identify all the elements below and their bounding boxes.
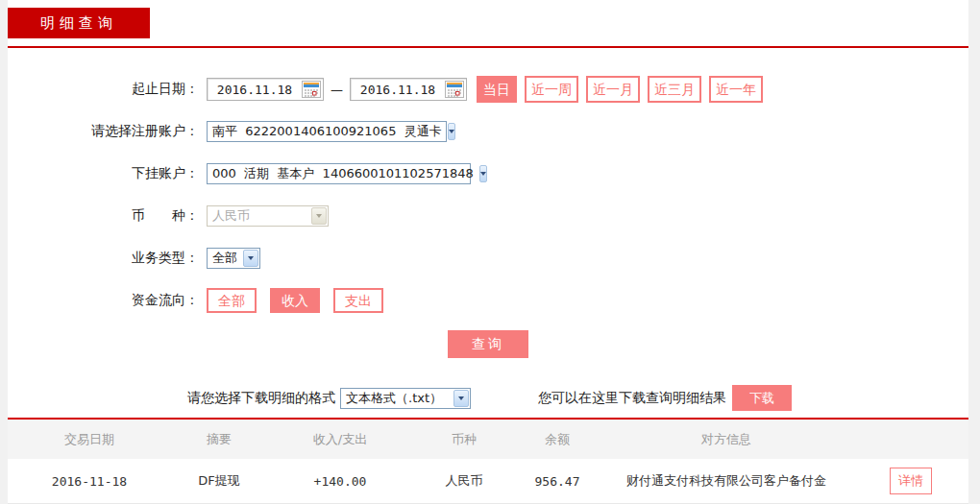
table-header-row: 交易日期 摘要 收入/支出 币种 余额 对方信息 [8, 420, 968, 459]
tab-bar: 明细查询 [8, 8, 968, 46]
quick-range-week-button[interactable]: 近一周 [525, 76, 578, 103]
download-format-select[interactable]: 文本格式（.txt） [340, 388, 471, 409]
sub-account-row: 下挂账户： 000 活期 基本户 1406600101102571848 [8, 153, 968, 195]
business-type-value: 全部 [208, 250, 242, 267]
currency-value: 人民币 [208, 207, 310, 225]
header-trade-date: 交易日期 [8, 431, 171, 448]
chevron-down-icon[interactable] [243, 250, 258, 267]
quick-range-quarter-button[interactable]: 近三月 [648, 76, 701, 103]
quick-range-year-button[interactable]: 近一年 [709, 76, 763, 103]
table-row: 2016-11-18 DF提现 +140.00 人民币 956.47 财付通支付… [8, 459, 968, 504]
header-currency: 币种 [413, 431, 515, 448]
content-panel: 明细查询 起止日期： 2016.11.18 [8, 0, 968, 504]
header-balance: 余额 [515, 431, 600, 448]
currency-select: 人民币 [207, 205, 329, 227]
date-range-label: 起止日期： [8, 81, 199, 98]
chevron-down-icon[interactable] [453, 390, 469, 407]
chevron-down-icon[interactable] [448, 123, 455, 140]
cell-currency: 人民币 [413, 472, 515, 490]
register-account-select[interactable]: 南平 6222001406100921065 灵通卡 [207, 121, 447, 142]
business-type-label: 业务类型： [8, 250, 199, 267]
chevron-down-icon[interactable] [479, 165, 487, 182]
fund-flow-all-button[interactable]: 全部 [207, 288, 257, 313]
date-separator: — [331, 83, 343, 97]
register-account-label: 请选择注册账户： [8, 123, 199, 140]
cell-amount: +140.00 [267, 474, 413, 489]
date-from-value: 2016.11.18 [208, 83, 302, 97]
cell-trade-date: 2016-11-18 [8, 474, 171, 489]
business-type-row: 业务类型： 全部 [8, 237, 968, 279]
sub-account-value: 000 活期 基本户 1406600101102571848 [208, 165, 478, 182]
calendar-icon[interactable] [445, 81, 464, 98]
date-to-value: 2016.11.18 [351, 83, 445, 97]
currency-row: 币 种： 人民币 [8, 195, 968, 237]
cell-summary: DF提现 [171, 472, 267, 490]
chevron-down-icon [311, 207, 327, 225]
header-income-expense: 收入/支出 [267, 431, 413, 448]
download-hint: 您可以在这里下载查询明细结果 [538, 390, 726, 407]
date-to-input[interactable]: 2016.11.18 [350, 78, 467, 101]
download-row: 请您选择下载明细的格式 文本格式（.txt） 您可以在这里下载查询明细结果 下载 [8, 385, 968, 411]
date-from-input[interactable]: 2016.11.18 [207, 78, 324, 101]
fund-flow-income-button[interactable]: 收入 [270, 288, 320, 313]
tab-detail-query[interactable]: 明细查询 [8, 8, 150, 38]
register-account-value: 南平 6222001406100921065 灵通卡 [208, 123, 447, 140]
business-type-select[interactable]: 全部 [207, 248, 260, 269]
download-format-value: 文本格式（.txt） [341, 390, 453, 407]
query-button[interactable]: 查询 [448, 330, 528, 358]
cell-balance: 956.47 [515, 474, 600, 489]
date-range-row: 起止日期： 2016.11.18 [8, 68, 968, 110]
fund-flow-row: 资金流向： 全部 收入 支出 [8, 279, 968, 322]
header-summary: 摘要 [171, 431, 267, 448]
fund-flow-label: 资金流向： [8, 292, 199, 309]
result-table: 交易日期 摘要 收入/支出 币种 余额 对方信息 2016-11-18 DF提现… [8, 418, 968, 504]
calendar-icon[interactable] [302, 81, 321, 98]
detail-button[interactable]: 详情 [890, 468, 932, 494]
quick-range-month-button[interactable]: 近一月 [586, 76, 640, 103]
sub-account-select[interactable]: 000 活期 基本户 1406600101102571848 [207, 163, 471, 184]
download-format-label: 请您选择下载明细的格式 [187, 390, 335, 407]
fund-flow-expense-button[interactable]: 支出 [333, 288, 383, 313]
currency-label: 币 种： [8, 207, 199, 225]
register-account-row: 请选择注册账户： 南平 6222001406100921065 灵通卡 [8, 110, 968, 153]
tab-underline [8, 46, 968, 48]
header-counterparty: 对方信息 [600, 431, 853, 448]
sub-account-label: 下挂账户： [8, 165, 199, 182]
quick-range-today-button[interactable]: 当日 [477, 76, 517, 103]
download-button[interactable]: 下载 [732, 385, 792, 411]
cell-counterparty: 财付通支付科技有限公司客户备付金 [600, 472, 853, 490]
